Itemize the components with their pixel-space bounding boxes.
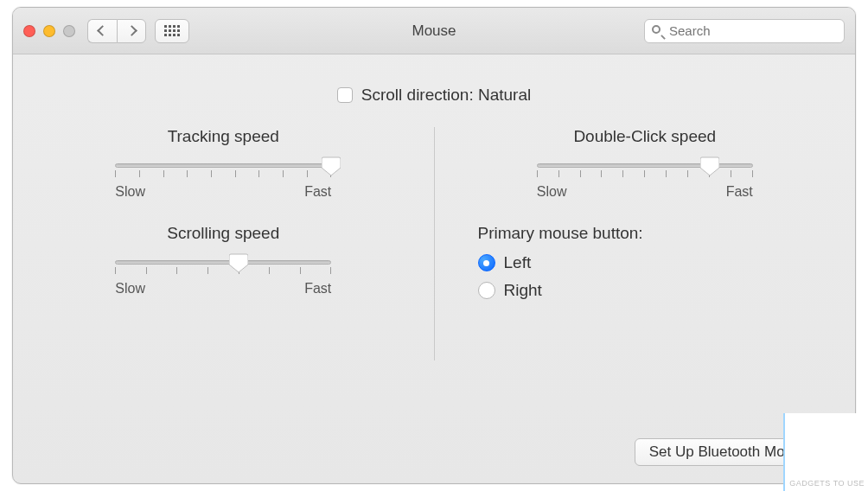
tracking-slow-label: Slow [115,184,145,200]
scrolling-speed-slider[interactable] [115,253,331,272]
double-click-section: Double-Click speed Slow Fast [469,127,821,200]
chevron-left-icon [97,25,108,36]
scroll-direction-checkbox[interactable] [337,87,353,103]
watermark-text: GADGETS TO USE [789,479,865,488]
tracking-fast-label: Fast [304,184,331,200]
scroll-direction-label: Scroll direction: Natural [361,86,531,105]
search-input[interactable] [669,23,837,38]
primary-left-radio[interactable] [478,254,495,271]
slider-track [537,163,753,168]
double-click-title: Double-Click speed [469,127,821,146]
primary-right-row[interactable]: Right [469,281,821,300]
scrolling-fast-label: Fast [304,281,331,297]
window-title: Mouse [412,22,456,40]
traffic-lights [23,25,75,37]
doubleclick-fast-label: Fast [726,184,753,200]
right-column: Double-Click speed Slow Fast [435,127,856,360]
preferences-window: Mouse Scroll direction: Natural Tracking… [12,7,856,484]
show-all-button[interactable] [155,19,189,43]
grid-icon [164,25,180,36]
forward-button[interactable] [117,19,146,43]
content-area: Scroll direction: Natural Tracking speed… [13,54,855,483]
primary-left-label: Left [504,253,532,272]
tracking-speed-title: Tracking speed [48,127,399,146]
chevron-right-icon [126,25,137,36]
slider-track [115,260,331,265]
slider-track [115,163,331,168]
settings-columns: Tracking speed Slow Fast [13,127,855,360]
primary-button-section: Primary mouse button: Left Right [469,224,821,300]
primary-right-radio[interactable] [478,282,495,299]
primary-button-title: Primary mouse button: [469,224,821,243]
scrolling-speed-section: Scrolling speed Slow Fast [48,224,399,297]
search-icon [652,25,664,37]
left-column: Tracking speed Slow Fast [13,127,434,360]
slider-ticks [115,170,331,179]
primary-left-row[interactable]: Left [469,253,821,272]
tracking-speed-section: Tracking speed Slow Fast [48,127,399,200]
watermark-box: GADGETS TO USE [783,413,868,491]
close-window-button[interactable] [23,25,35,37]
titlebar: Mouse [13,8,855,54]
doubleclick-slow-label: Slow [537,184,567,200]
minimize-window-button[interactable] [43,25,55,37]
tracking-speed-slider[interactable] [115,156,331,175]
zoom-window-button[interactable] [63,25,75,37]
primary-right-label: Right [504,281,542,300]
slider-ticks [115,267,331,276]
scroll-direction-row: Scroll direction: Natural [13,54,855,105]
scrolling-slow-label: Slow [115,281,145,297]
search-field-wrap[interactable] [644,19,845,43]
back-button[interactable] [87,19,117,43]
slider-ticks [537,170,753,179]
nav-buttons [87,19,146,43]
double-click-slider[interactable] [537,156,753,175]
scrolling-speed-title: Scrolling speed [48,224,399,243]
